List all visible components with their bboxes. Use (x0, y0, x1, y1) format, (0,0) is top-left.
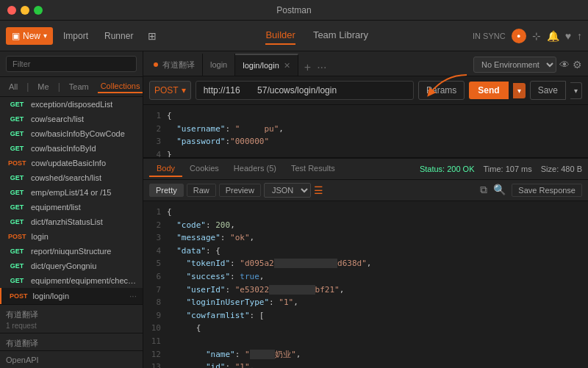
item-label: login/login (33, 292, 70, 300)
close-button[interactable] (7, 6, 16, 15)
method-select[interactable]: POST ▾ (149, 81, 191, 100)
bell-icon[interactable]: 🔔 (547, 30, 559, 42)
collection-name: 有道翻译 (6, 310, 38, 319)
resp-tab-cookies[interactable]: Cookies (182, 161, 226, 177)
search-input[interactable] (6, 56, 137, 72)
collection-name: OpenAPI (6, 356, 39, 364)
heart-icon[interactable]: ♥ (565, 30, 571, 42)
send-button[interactable]: Send (469, 82, 508, 99)
list-item[interactable]: GET dict/queryGongniu (0, 259, 143, 273)
code-line: 2 "username": " pu", (143, 123, 588, 136)
sidebar-tab-team[interactable]: Team (66, 81, 92, 93)
upload-icon[interactable]: ↑ (577, 30, 582, 42)
save-response-button[interactable]: Save Response (512, 184, 582, 197)
sidebar: All | Me | Team Collections ⇅ ⊕ GET exce… (0, 51, 143, 368)
item-label: equipment/equipment/checkCowfa... (31, 276, 137, 285)
method-chevron-icon: ▾ (182, 85, 186, 95)
method-badge: GET (6, 144, 28, 153)
params-button[interactable]: Params (418, 81, 465, 100)
tabs-and-env-bar: 有道翻译 login login/login ✕ + ··· No Enviro… (143, 51, 588, 76)
collection-group: 有道翻译 (0, 333, 143, 350)
item-label: login (32, 232, 49, 241)
tab-builder[interactable]: Builder (265, 26, 295, 45)
layout-icon[interactable]: ⊞ (143, 27, 161, 45)
preview-button[interactable]: Preview (219, 184, 261, 197)
pretty-button[interactable]: Pretty (149, 184, 184, 197)
list-item[interactable]: GET exception/disposedList (0, 97, 143, 112)
format-select[interactable]: JSON XML Text (264, 183, 311, 198)
list-item[interactable]: GET dict/fanzhiStatusList (0, 214, 143, 229)
code-line: 8 "loginInUserType": "1", (143, 296, 588, 309)
tab-close-icon[interactable]: ✕ (284, 61, 290, 71)
response-tabs: Body Cookies Headers (5) Test Results St… (143, 158, 588, 180)
item-label: exception/disposedList (31, 100, 112, 109)
tab-login[interactable]: login (203, 54, 235, 76)
resp-tab-body[interactable]: Body (149, 161, 182, 177)
tab-label: 有道翻译 (162, 59, 195, 71)
list-item[interactable]: GET emp/empList/14 or /15 (0, 185, 143, 200)
list-item[interactable]: GET report/niuqunStructure (0, 244, 143, 259)
item-label: dict/queryGongniu (31, 261, 96, 270)
list-item-active[interactable]: POST login/login ··· (0, 288, 143, 304)
sidebar-tab-collections[interactable]: Collections (98, 80, 143, 93)
code-line: 11 (143, 335, 588, 348)
collection-group: OpenAPI (0, 350, 143, 366)
list-item[interactable]: GET cow/basicInfoById (0, 141, 143, 156)
collection-group: 有道翻译 (0, 304, 143, 322)
add-tab-icon[interactable]: + (304, 61, 311, 74)
list-item[interactable]: GET cow/basicInfoByCowCode (0, 126, 143, 141)
tab-login-login[interactable]: login/login ✕ (235, 54, 298, 76)
code-line: 10 { (143, 322, 588, 335)
save-button[interactable]: Save (530, 81, 566, 100)
method-badge: GET (6, 247, 28, 256)
more-tabs-icon[interactable]: ··· (317, 61, 326, 74)
settings-icon[interactable]: ⚙ (573, 59, 582, 71)
sidebar-tab-me[interactable]: Me (35, 81, 51, 93)
wifi-icon: ⊹ (532, 30, 541, 42)
list-item[interactable]: GET equipment/list (0, 200, 143, 214)
resp-tab-test[interactable]: Test Results (284, 161, 343, 177)
maximize-button[interactable] (34, 6, 43, 15)
url-input[interactable] (196, 81, 414, 100)
search-icon[interactable]: 🔍 (493, 184, 506, 197)
env-select[interactable]: No Environment (473, 57, 556, 73)
main-toolbar: ▣ New ▾ Import Runner ⊞ Builder Team Lib… (0, 21, 588, 51)
code-line: 12 "name": " 奶业", (143, 348, 588, 361)
item-label: cowshed/search/list (31, 173, 101, 182)
response-code: 1{ 2 "code": 200, 3 "message": "ok", 4 "… (143, 204, 588, 368)
code-line: 13 "id": "1", (143, 361, 588, 368)
sidebar-tab-bar: All | Me | Team Collections ⇅ ⊕ (0, 77, 143, 97)
list-item[interactable]: POST cow/updateBasicInfo (0, 156, 143, 170)
raw-button[interactable]: Raw (187, 184, 216, 197)
tab-label: login (210, 60, 227, 69)
title-bar: Postman (0, 0, 588, 21)
request-body-editor[interactable]: 1 { 2 "username": " pu", 3 "password":"0… (143, 105, 588, 158)
item-label: cow/basicInfoById (31, 144, 96, 153)
send-dropdown-button[interactable]: ▾ (513, 83, 526, 98)
main-layout: All | Me | Team Collections ⇅ ⊕ GET exce… (0, 51, 588, 368)
minimize-button[interactable] (21, 6, 29, 15)
runner-button[interactable]: Runner (98, 28, 139, 44)
copy-icon[interactable]: ⧉ (480, 184, 487, 197)
list-item[interactable]: GET cow/search/list (0, 112, 143, 126)
method-badge: POST (7, 292, 30, 300)
list-item[interactable]: POST login (0, 229, 143, 244)
request-bar: POST ▾ Params Send ▾ Save ▾ (143, 76, 588, 105)
eye-icon[interactable]: 👁 (559, 59, 570, 71)
save-dropdown-button[interactable]: ▾ (570, 82, 582, 99)
sidebar-tab-all[interactable]: All (6, 81, 21, 93)
window-title: Postman (276, 5, 311, 15)
import-button[interactable]: Import (57, 28, 94, 44)
item-more-icon[interactable]: ··· (129, 291, 137, 301)
list-item[interactable]: GET cowshed/search/list (0, 170, 143, 185)
code-line: 3 "password":"000000" (143, 135, 588, 148)
list-item[interactable]: GET equipment/equipment/checkCowfa... (0, 273, 143, 288)
method-badge: POST (6, 232, 29, 241)
resp-tab-headers[interactable]: Headers (5) (226, 161, 284, 177)
filter-icon[interactable]: ☰ (314, 184, 323, 196)
new-button[interactable]: ▣ New ▾ (6, 27, 53, 45)
item-label: equipment/list (31, 203, 81, 212)
tab-youdao[interactable]: 有道翻译 (146, 54, 203, 76)
code-line: 4 } (143, 148, 588, 158)
tab-team-library[interactable]: Team Library (313, 26, 368, 45)
